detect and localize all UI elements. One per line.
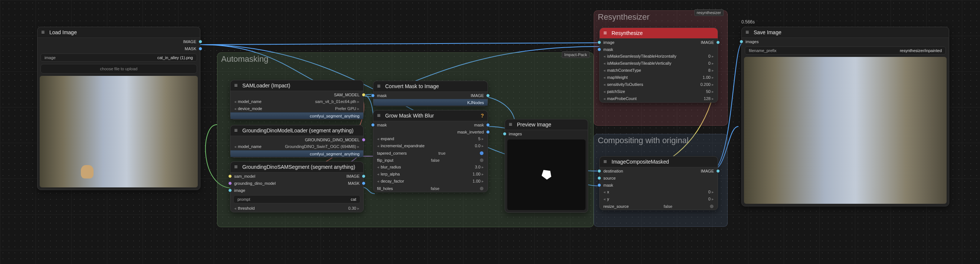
port-images-in[interactable]: images bbox=[746, 39, 759, 44]
node-title: Grow Mask With Blur bbox=[385, 113, 434, 118]
hamburger-icon[interactable] bbox=[234, 83, 239, 88]
class-footer: comfyui_segment_anything bbox=[231, 150, 363, 157]
port-mask-out[interactable]: MASK bbox=[348, 181, 360, 186]
port-mask-out[interactable]: mask bbox=[474, 123, 484, 127]
port-image-out[interactable]: IMAGE bbox=[471, 93, 484, 98]
node-samloader[interactable]: SAMLoader (Impact) SAM_MODEL model_names… bbox=[230, 80, 364, 120]
port-sam-model-in[interactable]: sam_model bbox=[234, 174, 255, 179]
port-image-out[interactable]: IMAGE bbox=[183, 39, 196, 44]
class-footer: KJNodes bbox=[373, 99, 488, 106]
hamburger-icon[interactable] bbox=[377, 113, 382, 118]
port-image-out[interactable]: IMAGE bbox=[701, 169, 714, 173]
widget-model-name[interactable]: model_nameGroundingDINO_SwinT_OGC (694MB… bbox=[231, 143, 363, 150]
hamburger-icon[interactable] bbox=[377, 83, 382, 89]
class-footer: comfyui_segment_anything bbox=[231, 112, 363, 119]
help-icon[interactable]: ? bbox=[480, 113, 484, 118]
node-grow-mask[interactable]: Grow Mask With Blur? maskmask mask_inver… bbox=[373, 110, 488, 192]
hamburger-icon[interactable] bbox=[603, 30, 609, 36]
hamburger-icon[interactable] bbox=[234, 128, 239, 133]
image-selector[interactable]: image cat_in_alley (1).png bbox=[40, 54, 197, 62]
hamburger-icon[interactable] bbox=[509, 122, 514, 128]
node-title: Convert Mask to Image bbox=[385, 83, 439, 89]
w-expand[interactable]: expand5 bbox=[373, 135, 488, 142]
group-title: Compositing with original bbox=[598, 136, 689, 145]
hamburger-icon[interactable] bbox=[234, 164, 239, 170]
node-title: GroundingDinoModelLoader (segment anythi… bbox=[242, 128, 354, 133]
node-groundingdino-loader[interactable]: GroundingDinoModelLoader (segment anythi… bbox=[230, 125, 364, 158]
group-title: Resynthesizer bbox=[598, 12, 649, 22]
port-gd-model-in[interactable]: grounding_dino_model bbox=[234, 181, 276, 186]
port-image-out[interactable]: IMAGE bbox=[347, 174, 360, 179]
node-title: GroundingDinoSAMSegment (segment anythin… bbox=[242, 164, 355, 170]
w-patch[interactable]: patchSize50 bbox=[600, 88, 718, 95]
node-resynthesize[interactable]: Resynthesize imageIMAGE mask isMakeSeaml… bbox=[599, 27, 718, 102]
w-resize[interactable]: resize_sourcefalse bbox=[600, 203, 718, 210]
filename-prefix-field[interactable]: filename_prefixresynthesizer/inpainted bbox=[745, 46, 946, 54]
w-blur[interactable]: blur_radius3.0 bbox=[373, 163, 488, 171]
w-htile[interactable]: isMakeSeamlesslyTileableHorizontally0 bbox=[600, 53, 718, 60]
port-source-in[interactable]: source bbox=[603, 176, 616, 180]
port-mask-in[interactable]: mask bbox=[603, 183, 613, 187]
port-destination-in[interactable]: destination bbox=[603, 169, 623, 173]
w-y[interactable]: y0 bbox=[600, 195, 718, 203]
node-image-composite-masked[interactable]: ImageCompositeMasked destinationIMAGE so… bbox=[599, 156, 718, 210]
preview-mask bbox=[507, 139, 585, 210]
port-mask-in[interactable]: mask bbox=[377, 93, 387, 98]
node-title: Load Image bbox=[49, 29, 77, 35]
node-title: Resynthesize bbox=[611, 30, 643, 36]
node-title: SAMLoader (Impact) bbox=[242, 83, 290, 88]
w-fill[interactable]: fill_holesfalse bbox=[373, 185, 488, 192]
node-mask-to-image[interactable]: Convert Mask to Image maskIMAGE KJNodes bbox=[373, 81, 488, 106]
port-mask-in[interactable]: mask bbox=[377, 123, 387, 127]
port-sam-model[interactable]: SAM_MODEL bbox=[334, 93, 360, 97]
node-title: Save Image bbox=[754, 29, 781, 35]
node-save-image[interactable]: Save Image images filename_prefixresynth… bbox=[741, 27, 949, 206]
w-x[interactable]: x0 bbox=[600, 189, 718, 195]
hamburger-icon[interactable] bbox=[603, 159, 609, 165]
port-images-in[interactable]: images bbox=[509, 132, 522, 136]
w-tapered[interactable]: tapered_cornerstrue bbox=[373, 149, 488, 157]
hamburger-icon[interactable] bbox=[41, 29, 46, 35]
result-image bbox=[744, 57, 947, 204]
hamburger-icon[interactable] bbox=[746, 29, 751, 35]
w-vtile[interactable]: isMakeSeamlesslyTileableVertically0 bbox=[600, 60, 718, 67]
timing-label: 0.566s bbox=[741, 19, 755, 24]
w-lerp[interactable]: lerp_alpha1.00 bbox=[373, 171, 488, 178]
port-mask-out[interactable]: MASK bbox=[185, 46, 196, 51]
node-load-image[interactable]: Load Image IMAGE MASK image cat_in_alley… bbox=[37, 27, 200, 190]
node-title: ImageCompositeMasked bbox=[611, 159, 669, 165]
w-incremental[interactable]: incremental_expandrate0.0 bbox=[373, 142, 488, 149]
node-groundingdino-sam[interactable]: GroundingDinoSAMSegment (segment anythin… bbox=[230, 162, 364, 212]
w-sensitivity[interactable]: sensitivityToOutliers0.200 bbox=[600, 81, 718, 88]
port-image-in[interactable]: image bbox=[234, 188, 245, 193]
port-image-out[interactable]: IMAGE bbox=[701, 40, 714, 45]
group-badge: resynthesizer bbox=[694, 9, 724, 16]
node-title: Preview Image bbox=[517, 122, 551, 128]
node-preview-image[interactable]: Preview Image images bbox=[505, 119, 588, 213]
prompt-field[interactable]: promptcat bbox=[234, 195, 360, 203]
threshold-widget[interactable]: threshold0.30 bbox=[231, 205, 363, 212]
preview-image bbox=[40, 76, 198, 187]
widget-device-mode[interactable]: device_modePrefer GPU bbox=[231, 105, 363, 112]
w-mapweight[interactable]: mapWeight1.00 bbox=[600, 74, 718, 81]
port-mask-in[interactable]: mask bbox=[603, 47, 613, 52]
w-decay[interactable]: decay_factor1.00 bbox=[373, 178, 488, 185]
port-gd-model[interactable]: GROUNDING_DINO_MODEL bbox=[305, 138, 360, 142]
upload-button[interactable]: choose file to upload bbox=[40, 64, 197, 74]
port-mask-inverted-out[interactable]: mask_inverted bbox=[457, 130, 484, 134]
w-flip[interactable]: flip_inputfalse bbox=[373, 157, 488, 163]
w-probe[interactable]: maxProbeCount128 bbox=[600, 95, 718, 102]
w-match[interactable]: matchContextType8 bbox=[600, 67, 718, 74]
group-badge: Impact-Pack bbox=[562, 51, 590, 58]
group-title: Automasking bbox=[221, 54, 268, 64]
widget-model-name[interactable]: model_namesam_vit_b_01ec64.pth bbox=[231, 98, 363, 105]
port-image-in[interactable]: image bbox=[603, 40, 614, 45]
node-graph-canvas[interactable]: Automasking Impact-Pack Resynthesizer re… bbox=[0, 0, 980, 264]
